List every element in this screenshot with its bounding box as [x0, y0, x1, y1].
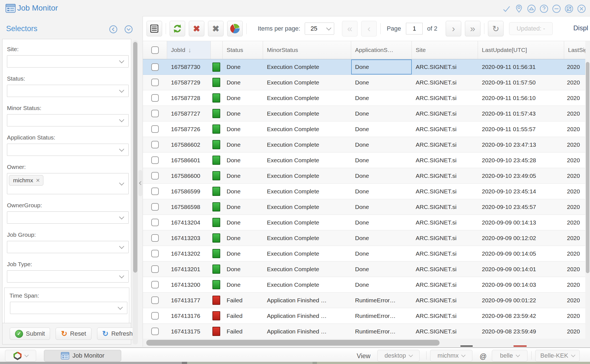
column-header-statusicon[interactable] — [211, 41, 223, 59]
table-row[interactable]: 167413177FailedApplication Finished …Run… — [143, 293, 590, 308]
table-row[interactable]: 167413201DoneExecution CompleteDoneARC.S… — [143, 261, 590, 277]
pin-icon[interactable] — [514, 4, 524, 13]
user-select[interactable]: michmx — [430, 350, 472, 361]
group-select[interactable]: belle — [492, 350, 527, 361]
table-row[interactable]: 167413175FailedApplication Finished …Run… — [143, 324, 590, 339]
updated-button[interactable]: Updated: - — [509, 22, 553, 35]
row-checkbox[interactable] — [151, 141, 159, 148]
combo-box[interactable] — [7, 114, 129, 126]
table-row[interactable]: 167413176FailedApplication Finished …Run… — [143, 308, 590, 324]
column-header-status[interactable]: Status — [223, 41, 263, 59]
submit-button[interactable]: ✓ Submit — [10, 328, 50, 340]
combo-box[interactable] — [7, 55, 129, 68]
prev-page-button[interactable]: ‹ — [361, 21, 377, 36]
collapse-left-circle-icon[interactable] — [109, 25, 118, 34]
row-checkbox[interactable] — [151, 125, 159, 133]
table-row[interactable]: 167413204DoneExecution CompleteDoneARC.S… — [143, 215, 590, 230]
row-checkbox[interactable] — [151, 79, 159, 86]
main-menu-button[interactable] — [5, 350, 36, 361]
cell-status-icon — [211, 230, 223, 246]
table-vertical-scrollbar[interactable] — [585, 41, 590, 347]
table-row[interactable]: 167587730DoneExecution CompleteDoneARC.S… — [143, 59, 590, 75]
row-checkbox[interactable] — [151, 203, 159, 211]
row-select-cell — [143, 106, 167, 121]
select-all-header[interactable] — [143, 41, 167, 59]
horizontal-scrollbar-thumb[interactable] — [146, 340, 440, 346]
collapse-down-circle-icon[interactable] — [124, 25, 133, 34]
close-circle-icon[interactable] — [577, 4, 586, 13]
column-header-lastupdate[interactable]: LastUpdate[UTC] — [478, 41, 564, 59]
table-row[interactable]: 167413203DoneExecution CompleteDoneARC.S… — [143, 230, 590, 246]
row-checkbox[interactable] — [151, 265, 159, 273]
combo-box[interactable] — [7, 85, 129, 97]
row-checkbox[interactable] — [151, 250, 159, 257]
setup-select[interactable]: Belle-KEK — [535, 350, 580, 361]
reload-table-button[interactable] — [170, 21, 185, 36]
delete-jobs-button[interactable]: ✖ — [189, 21, 204, 36]
collapse-circle-icon[interactable] — [527, 4, 536, 13]
table-row[interactable]: 167586599DoneExecution CompleteDoneARC.S… — [143, 184, 590, 199]
table-row[interactable]: 167586598DoneExecution CompleteDoneARC.S… — [143, 199, 590, 215]
table-row[interactable]: 167586601DoneExecution CompleteDoneARC.S… — [143, 153, 590, 168]
next-page-button[interactable]: › — [446, 21, 461, 36]
page-number-input[interactable]: 1 — [406, 23, 423, 34]
row-checkbox[interactable] — [151, 172, 159, 179]
column-header-lastsignoflife[interactable]: LastSig — [564, 41, 586, 59]
refresh-button[interactable]: ↻ Refresh — [97, 328, 138, 340]
reset-button[interactable]: ↻ Reset — [56, 328, 91, 340]
menu-button[interactable] — [147, 21, 162, 36]
table-row[interactable]: 167587728DoneExecution CompleteDoneARC.S… — [143, 90, 590, 106]
last-page-button[interactable]: » — [465, 21, 480, 36]
combo-box[interactable] — [7, 211, 129, 224]
combo-box[interactable]: michmx× — [7, 173, 129, 194]
column-header-site[interactable]: Site — [412, 41, 478, 59]
row-checkbox[interactable] — [151, 312, 159, 320]
cell-applicationstatus: Done — [351, 106, 412, 121]
auto-refresh-button[interactable]: ↻ — [488, 21, 504, 36]
table-row[interactable]: 167586602DoneExecution CompleteDoneARC.S… — [143, 137, 590, 153]
table-row[interactable]: 167587726DoneExecution CompleteDoneARC.S… — [143, 121, 590, 137]
column-header-applicationstatus[interactable]: ApplicationS… — [351, 41, 412, 59]
cell-lastupdate: 2020-09-10 23:49:05 — [478, 168, 564, 183]
row-checkbox[interactable] — [151, 188, 159, 195]
row-checkbox[interactable] — [151, 94, 159, 102]
row-checkbox[interactable] — [151, 110, 159, 117]
column-header-minorstatus[interactable]: MinorStatus — [263, 41, 351, 59]
status-green-icon — [212, 218, 220, 227]
owner-chip[interactable]: michmx× — [9, 175, 43, 186]
table-row[interactable]: 167587729DoneExecution CompleteDoneARC.S… — [143, 75, 590, 90]
kill-jobs-button[interactable]: ✖ — [208, 21, 224, 36]
row-checkbox[interactable] — [151, 219, 159, 226]
row-checkbox[interactable] — [151, 296, 159, 304]
cell-status: Done — [223, 90, 263, 106]
table-row[interactable]: 167587727DoneExecution CompleteDoneARC.S… — [143, 106, 590, 121]
column-header-jobid[interactable]: JobId ↓ — [167, 41, 211, 59]
panel-splitter[interactable] — [138, 170, 142, 196]
view-select[interactable]: desktop — [377, 350, 420, 361]
taskbar-job-monitor-button[interactable]: Job Monitor — [44, 350, 121, 361]
row-checkbox[interactable] — [151, 63, 159, 71]
combo-box[interactable] — [7, 241, 129, 253]
selectors-scrollbar-thumb[interactable] — [133, 42, 137, 273]
combo-box[interactable] — [7, 144, 129, 156]
minimize-circle-icon[interactable] — [552, 4, 561, 13]
combo-box[interactable] — [10, 302, 127, 314]
row-checkbox[interactable] — [151, 281, 159, 288]
row-checkbox[interactable] — [151, 156, 159, 164]
selectors-scrollbar[interactable] — [133, 40, 138, 345]
row-checkbox[interactable] — [151, 328, 159, 335]
table-row[interactable]: 167413202DoneExecution CompleteDoneARC.S… — [143, 246, 590, 261]
statistics-button[interactable] — [227, 21, 243, 36]
vertical-scrollbar-thumb[interactable] — [586, 62, 589, 273]
chip-remove-icon[interactable]: × — [36, 177, 40, 184]
select-all-checkbox[interactable] — [151, 46, 159, 54]
combo-box[interactable] — [7, 270, 129, 283]
row-checkbox[interactable] — [151, 234, 159, 242]
restore-circle-icon[interactable] — [564, 4, 574, 13]
help-circle-icon[interactable] — [539, 4, 549, 13]
table-row[interactable]: 167586600DoneExecution CompleteDoneARC.S… — [143, 168, 590, 184]
first-page-button[interactable]: « — [342, 21, 358, 36]
table-row[interactable]: 167413200DoneExecution CompleteDoneARC.S… — [143, 277, 590, 293]
items-per-page-select[interactable]: 25 — [305, 23, 334, 35]
check-icon[interactable] — [502, 4, 511, 13]
